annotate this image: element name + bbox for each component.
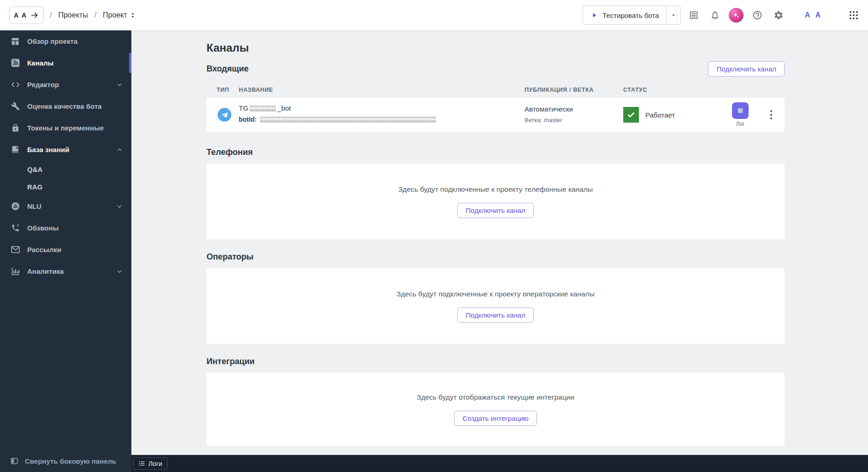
arrow-right-icon (30, 11, 39, 20)
nlu-brain-icon (10, 201, 20, 212)
test-bot-split-button: Тестировать бота (583, 6, 681, 25)
form-icon[interactable] (683, 5, 704, 26)
book-icon (10, 145, 20, 155)
sidebar-item-qa[interactable]: Q&A (0, 160, 131, 178)
channel-name-suffix: _bot (278, 104, 291, 112)
redacted-bot-id (260, 117, 436, 123)
sidebar-item-analytics[interactable]: Аналитика (0, 260, 131, 282)
bottom-bar: Логи (131, 455, 868, 472)
breadcrumb-separator: / (50, 11, 52, 19)
sidebar-item-label: Обзор проекта (27, 37, 77, 45)
sidebar: Обзор проекта Каналы Редактор Оценка кач… (0, 30, 131, 472)
sidebar-item-label: Рассылки (27, 246, 61, 254)
collapse-panel-icon (10, 457, 18, 465)
channel-bot-id: botId: (239, 116, 436, 123)
wrench-icon (10, 101, 20, 112)
app-logo[interactable]: A A (9, 6, 44, 24)
logs-button-label: Логи (148, 460, 162, 467)
gear-icon[interactable] (768, 5, 789, 26)
create-integration-button[interactable]: Создать интеграцию (454, 411, 537, 426)
avatar-circle (729, 8, 744, 23)
section-integrations: Интеграции Здесь будут отображаться теку… (207, 357, 785, 446)
operators-section-title: Операторы (207, 252, 785, 262)
lock-icon (10, 123, 20, 133)
sidebar-item-rag[interactable]: RAG (0, 178, 131, 195)
overview-grid-icon (10, 36, 20, 47)
bot-id-label: botId: (239, 116, 257, 123)
breadcrumb-project-label: Проект (103, 11, 127, 19)
assistant-avatar[interactable] (726, 5, 747, 26)
bell-icon[interactable] (704, 5, 726, 26)
logs-button[interactable]: Логи (133, 457, 167, 470)
telephony-section-title: Телефония (207, 148, 785, 157)
section-telephony: Телефония Здесь будут подключенные к про… (207, 148, 785, 239)
chevron-up-icon (116, 146, 123, 153)
redacted-name (250, 106, 276, 112)
integrations-empty-text: Здесь будут отображаться текущие интегра… (417, 393, 574, 401)
channel-name-prefix: TG (239, 104, 248, 112)
sidebar-item-nlu[interactable]: NLU (0, 195, 131, 217)
log-button[interactable] (732, 102, 749, 119)
header-icons (683, 0, 789, 30)
channel-name: TG_bot (239, 104, 291, 112)
chevron-down-icon (116, 268, 123, 275)
logo-text: A A (14, 12, 27, 19)
operators-empty-text: Здесь будут подключенные к проекту опера… (396, 290, 595, 298)
play-icon (590, 12, 598, 19)
channels-rss-icon (10, 58, 20, 68)
sort-unfold-icon (129, 12, 136, 19)
help-icon[interactable] (747, 5, 768, 26)
header-divider (677, 5, 677, 26)
mail-icon (10, 245, 20, 255)
sidebar-item-label: NLU (27, 202, 41, 210)
integrations-section-title: Интеграции (207, 357, 785, 366)
column-type: ТИП (217, 87, 229, 93)
code-icon (10, 80, 20, 90)
telephony-connect-button[interactable]: Подключить канал (457, 203, 534, 218)
chevron-down-icon (116, 203, 123, 210)
chart-icon (10, 266, 20, 277)
sidebar-subitem-label: RAG (27, 183, 42, 191)
sidebar-item-editor[interactable]: Редактор (0, 74, 131, 95)
font-size-control[interactable]: A A (802, 0, 825, 30)
connect-channel-button[interactable]: Подключить канал (708, 61, 785, 77)
telephony-empty-card: Здесь будут подключенные к проекту телеф… (207, 164, 785, 239)
breadcrumb-separator: / (94, 11, 96, 19)
sidebar-item-label: Аналитика (27, 267, 64, 275)
sidebar-item-channels[interactable]: Каналы (0, 52, 131, 74)
sidebar-item-tokens[interactable]: Токены и переменные (0, 117, 131, 139)
sidebar-item-label: Токены и переменные (27, 124, 104, 132)
section-operators: Операторы Здесь будут подключенные к про… (207, 252, 785, 344)
row-menu-kebab-icon[interactable] (763, 98, 779, 132)
integrations-empty-card: Здесь будут отображаться текущие интегра… (207, 373, 785, 446)
chevron-down-icon (670, 12, 677, 18)
test-bot-dropdown-button[interactable] (666, 6, 680, 24)
main-area: Каналы Входящие Подключить канал ТИП НАЗ… (131, 30, 868, 455)
apps-grid-icon[interactable] (844, 0, 863, 30)
operators-empty-card: Здесь будут подключенные к проекту опера… (207, 268, 785, 344)
list-icon (138, 460, 145, 467)
top-header: A A / Проекты / Проект Тестировать бота (0, 0, 868, 30)
sidebar-item-label: База знаний (27, 146, 69, 153)
sidebar-item-label: Оценка качества бота (27, 102, 102, 110)
sidebar-item-calls[interactable]: Обзвоны (0, 217, 131, 239)
incoming-section-title: Входящие (207, 64, 248, 74)
sidebar-item-overview[interactable]: Обзор проекта (0, 30, 131, 52)
status-label: Работает (645, 98, 675, 132)
column-name: НАЗВАНИЕ (239, 87, 273, 93)
breadcrumb-projects[interactable]: Проекты (58, 11, 88, 19)
sidebar-item-label: Каналы (27, 59, 53, 67)
telegram-icon (218, 108, 231, 122)
column-publication: ПУБЛИКАЦИЯ / ВЕТКА (525, 87, 594, 93)
breadcrumb: / Проекты / Проект (50, 0, 136, 30)
operators-connect-button[interactable]: Подключить канал (457, 307, 534, 323)
log-lines-icon (736, 106, 744, 115)
sidebar-item-bot-quality[interactable]: Оценка качества бота (0, 95, 131, 117)
sidebar-item-label: Обзвоны (27, 224, 59, 232)
sidebar-item-broadcasts[interactable]: Рассылки (0, 239, 131, 260)
sidebar-item-knowledge-base[interactable]: База знаний (0, 139, 131, 160)
chevron-down-icon (116, 81, 123, 88)
breadcrumb-project-selector[interactable]: Проект (103, 11, 136, 19)
test-bot-button[interactable]: Тестировать бота (583, 6, 666, 24)
collapse-sidebar-button[interactable]: Свернуть боковую панель (0, 453, 131, 469)
